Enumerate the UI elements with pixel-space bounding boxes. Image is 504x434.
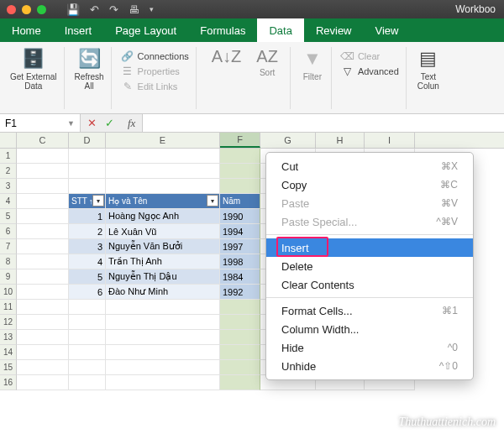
cell[interactable]: Trần Thị Anh (106, 254, 220, 269)
cell[interactable] (106, 315, 220, 330)
name-box[interactable]: F1 ▼ (0, 114, 81, 132)
column-header-i[interactable]: I (365, 133, 415, 148)
chevron-down-icon[interactable]: ▼ (67, 119, 75, 128)
ctx-paste-special[interactable]: Paste Special...^⌘V (266, 212, 473, 231)
cell[interactable] (69, 149, 106, 164)
column-header-e[interactable]: E (106, 133, 220, 148)
cell[interactable] (17, 375, 69, 390)
cell[interactable]: 1 (69, 209, 106, 224)
cell[interactable]: 1997 (220, 239, 260, 254)
cell[interactable] (106, 345, 220, 360)
cell[interactable]: STT↑▾ (69, 194, 106, 209)
cell[interactable] (17, 224, 69, 239)
column-header-f[interactable]: F (220, 133, 260, 148)
undo-icon[interactable]: ↶ (90, 3, 99, 16)
cell[interactable] (220, 179, 260, 194)
cell[interactable]: 5 (69, 269, 106, 285)
cell[interactable] (17, 269, 69, 285)
formula-input[interactable] (143, 114, 504, 132)
cell[interactable] (17, 254, 69, 269)
cell[interactable] (69, 360, 106, 375)
row-header[interactable]: 11 (0, 300, 17, 315)
row-header[interactable]: 7 (0, 239, 17, 254)
cell[interactable] (220, 345, 260, 360)
ctx-format-cells[interactable]: Format Cells...⌘1 (266, 301, 473, 320)
tab-page-layout[interactable]: Page Layout (103, 18, 188, 42)
cell[interactable] (17, 315, 69, 330)
fx-label[interactable]: fx (123, 117, 135, 130)
cell[interactable]: 1994 (220, 224, 260, 239)
row-header[interactable]: 1 (0, 149, 17, 164)
cell[interactable] (17, 209, 69, 224)
select-all-corner[interactable] (0, 133, 17, 148)
get-external-data-button[interactable]: 🗄️ Get External Data (10, 47, 57, 91)
cell[interactable] (220, 149, 260, 164)
cell[interactable] (220, 164, 260, 179)
cell[interactable]: Năm (220, 194, 260, 209)
cell[interactable]: Họ và Tên▾ (106, 194, 220, 209)
ctx-column-width[interactable]: Column Width... (266, 320, 473, 338)
cell[interactable]: Đào Như Minh (106, 285, 220, 300)
ctx-paste[interactable]: Paste⌘V (266, 194, 473, 212)
cell[interactable]: 1984 (220, 269, 260, 285)
ctx-unhide[interactable]: Unhide^⇧0 (266, 357, 473, 375)
cell[interactable] (106, 360, 220, 375)
cell[interactable]: 4 (69, 254, 106, 269)
tab-formulas[interactable]: Formulas (188, 18, 257, 42)
cell[interactable]: Nguyễn Văn Bưởi (106, 239, 220, 254)
cell[interactable] (69, 375, 106, 390)
cell[interactable] (220, 315, 260, 330)
chevron-down-icon[interactable]: ▾ (150, 5, 154, 13)
ctx-copy[interactable]: Copy⌘C (266, 175, 473, 194)
ctx-hide[interactable]: Hide^0 (266, 338, 473, 357)
row-header[interactable]: 5 (0, 209, 17, 224)
tab-view[interactable]: View (364, 18, 411, 42)
cell[interactable] (17, 330, 69, 345)
cell[interactable] (17, 149, 69, 164)
filter-dropdown-icon[interactable]: ▾ (92, 195, 104, 207)
cell[interactable] (17, 360, 69, 375)
cell[interactable] (106, 149, 220, 164)
cell[interactable] (106, 375, 220, 390)
cell[interactable] (106, 179, 220, 194)
ctx-cut[interactable]: Cut⌘X (266, 157, 473, 175)
row-header[interactable]: 15 (0, 360, 17, 375)
save-icon[interactable]: 💾 (66, 3, 80, 16)
print-icon[interactable]: 🖶 (129, 3, 139, 16)
connections-button[interactable]: 🔗Connections (122, 50, 189, 62)
minimize-window-button[interactable] (22, 5, 31, 14)
properties-button[interactable]: ☰Properties (122, 65, 189, 77)
cell[interactable]: 1990 (220, 209, 260, 224)
ctx-delete[interactable]: Delete (266, 257, 473, 275)
close-window-button[interactable] (7, 5, 16, 14)
refresh-all-button[interactable]: 🔄 Refresh All (75, 47, 104, 91)
cell[interactable] (17, 285, 69, 300)
cell[interactable] (220, 360, 260, 375)
cell[interactable]: 6 (69, 285, 106, 300)
row-header[interactable]: 10 (0, 285, 17, 300)
cell[interactable]: 3 (69, 239, 106, 254)
cell[interactable] (69, 330, 106, 345)
cell[interactable] (106, 164, 220, 179)
cell[interactable]: 1992 (220, 285, 260, 300)
tab-review[interactable]: Review (304, 18, 364, 42)
cell[interactable] (106, 300, 220, 315)
ctx-clear-contents[interactable]: Clear Contents (266, 275, 473, 294)
sort-asc-button[interactable]: A↓Z (207, 47, 247, 66)
tab-insert[interactable]: Insert (53, 18, 104, 42)
row-header[interactable]: 12 (0, 315, 17, 330)
redo-icon[interactable]: ↷ (109, 3, 118, 16)
tab-data[interactable]: Data (257, 18, 303, 42)
cell[interactable] (220, 375, 260, 390)
cell[interactable] (69, 179, 106, 194)
filter-button[interactable]: ▼ Filter (301, 47, 324, 81)
row-header[interactable]: 9 (0, 269, 17, 285)
text-to-columns-button[interactable]: ▤ Text Colun (417, 47, 440, 91)
row-header[interactable]: 2 (0, 164, 17, 179)
cell[interactable]: 1998 (220, 254, 260, 269)
column-header-d[interactable]: D (69, 133, 106, 148)
row-header[interactable]: 3 (0, 179, 17, 194)
filter-dropdown-icon[interactable]: ▾ (207, 195, 218, 207)
edit-links-button[interactable]: ✎Edit Links (122, 81, 189, 92)
cell[interactable]: Nguyễn Thị Dậu (106, 269, 220, 285)
